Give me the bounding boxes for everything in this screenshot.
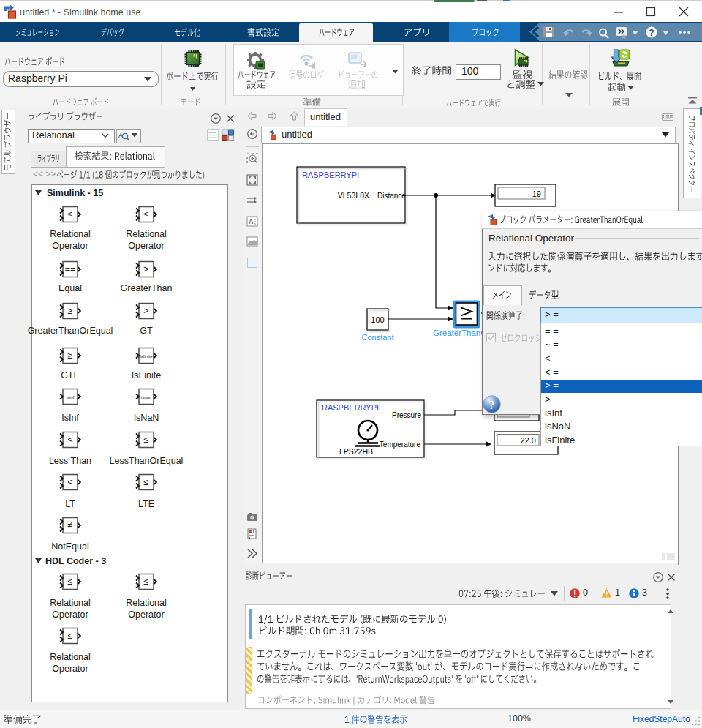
svg-text:Temperature: Temperature [380, 440, 421, 449]
svg-text:?: ? [488, 398, 495, 412]
svg-text:RASPBERRYPI: RASPBERRYPI [322, 403, 379, 412]
svg-text:Pressure: Pressure [392, 411, 421, 419]
svg-text:100: 100 [371, 315, 384, 324]
svg-text:19: 19 [532, 189, 541, 198]
svg-text:Constant: Constant [361, 333, 393, 342]
svg-text:VL53L0X: VL53L0X [338, 191, 369, 200]
svg-text:RASPBERRYPI: RASPBERRYPI [302, 170, 359, 179]
svg-text:Distance: Distance [377, 192, 406, 200]
svg-text:22.0: 22.0 [521, 436, 536, 445]
svg-text:LPS22HB: LPS22HB [339, 447, 373, 456]
